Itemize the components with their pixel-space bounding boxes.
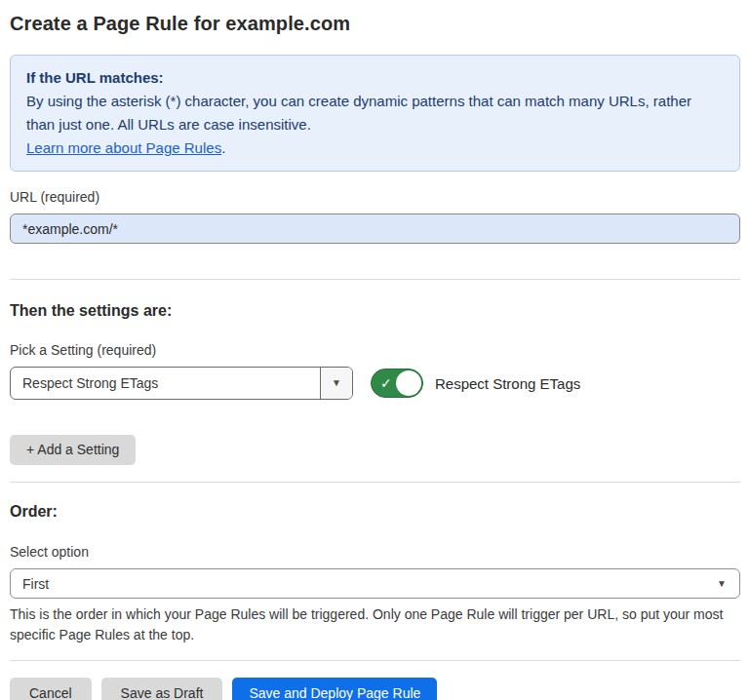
create-page-rule-panel: Create a Page Rule for example.com If th…: [0, 0, 750, 700]
info-box-body: By using the asterisk (*) character, you…: [26, 90, 724, 136]
settings-section-heading: Then the settings are:: [10, 301, 740, 321]
url-label: URL (required): [10, 189, 740, 206]
order-select-value: First: [22, 576, 49, 592]
url-input[interactable]: [10, 214, 740, 244]
cancel-button[interactable]: Cancel: [10, 678, 92, 700]
link-period: .: [221, 139, 225, 156]
order-section-heading: Order:: [10, 502, 740, 522]
save-as-draft-button[interactable]: Save as Draft: [101, 678, 223, 700]
setting-select-value: Respect Strong ETags: [11, 368, 320, 399]
pick-setting-label: Pick a Setting (required): [10, 342, 740, 359]
setting-row: Respect Strong ETags ▼ ✓ Respect Strong …: [10, 367, 740, 400]
info-box-link-line: Learn more about Page Rules.: [26, 136, 724, 160]
order-help-text: This is the order in which your Page Rul…: [10, 604, 736, 645]
divider: [10, 660, 740, 661]
divider: [10, 482, 740, 483]
check-icon: ✓: [380, 376, 392, 390]
setting-select-dropdown[interactable]: Respect Strong ETags ▼: [10, 367, 353, 400]
order-select-label: Select option: [10, 544, 740, 561]
chevron-down-icon: ▼: [717, 579, 727, 589]
save-and-deploy-button[interactable]: Save and Deploy Page Rule: [232, 678, 437, 700]
setting-toggle[interactable]: ✓: [371, 369, 423, 398]
learn-more-link[interactable]: Learn more about Page Rules: [26, 139, 221, 156]
page-title: Create a Page Rule for example.com: [10, 12, 740, 35]
divider: [10, 279, 740, 280]
order-select-dropdown[interactable]: First ▼: [10, 568, 740, 599]
toggle-knob: [396, 370, 421, 396]
action-button-row: Cancel Save as Draft Save and Deploy Pag…: [10, 678, 740, 700]
setting-select-arrow-button[interactable]: ▼: [320, 368, 352, 399]
chevron-down-icon: ▼: [332, 378, 341, 388]
add-setting-button[interactable]: + Add a Setting: [10, 435, 136, 465]
setting-toggle-label: Respect Strong ETags: [435, 375, 580, 392]
url-match-info-box: If the URL matches: By using the asteris…: [10, 55, 740, 172]
info-box-heading: If the URL matches:: [26, 66, 724, 90]
